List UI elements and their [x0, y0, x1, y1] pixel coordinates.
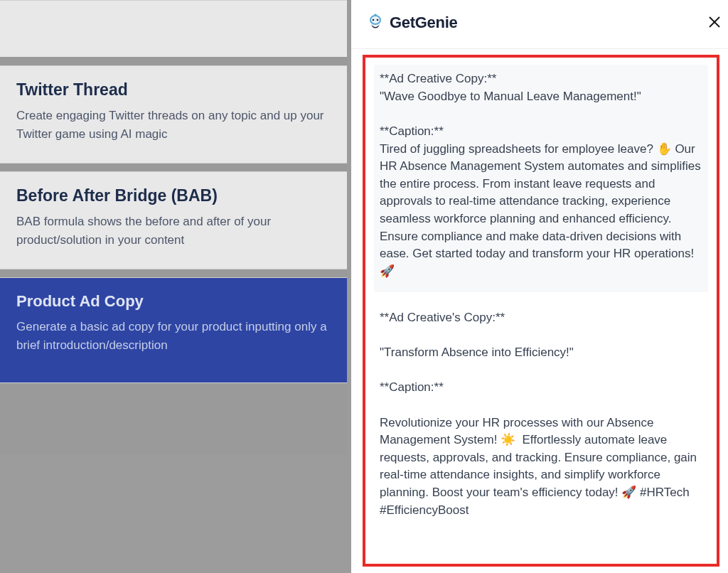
brand-name: GetGenie — [390, 14, 457, 32]
template-card-partial[interactable] — [0, 0, 347, 57]
highlighted-output-region: **Ad Creative Copy:** "Wave Goodbye to M… — [363, 55, 719, 567]
panel-header: GetGenie — [351, 0, 728, 49]
brand-logo: GetGenie — [365, 13, 457, 33]
output-text: **Ad Creative Copy:** "Wave Goodbye to M… — [380, 70, 702, 281]
template-title: Twitter Thread — [16, 80, 330, 100]
template-description: BAB formula shows the before and after o… — [16, 213, 330, 249]
template-card-product-ad-copy[interactable]: Product Ad Copy Generate a basic ad copy… — [0, 277, 347, 383]
genie-icon — [365, 13, 385, 33]
svg-point-2 — [373, 19, 375, 21]
template-card-twitter-thread[interactable]: Twitter Thread Create engaging Twitter t… — [0, 65, 347, 164]
template-description: Generate a basic ad copy for your produc… — [16, 318, 330, 354]
output-text: **Ad Creative's Copy:** "Transform Absen… — [380, 309, 702, 520]
output-panel: GetGenie **Ad Creative Copy:** "Wave Goo… — [351, 0, 728, 573]
output-content: **Ad Creative Copy:** "Wave Goodbye to M… — [351, 49, 728, 573]
close-button[interactable] — [705, 13, 724, 33]
template-title: Before After Bridge (BAB) — [16, 186, 330, 205]
template-description: Create engaging Twitter threads on any t… — [16, 107, 330, 143]
svg-point-3 — [377, 19, 379, 21]
template-card-bab[interactable]: Before After Bridge (BAB) BAB formula sh… — [0, 171, 347, 269]
svg-point-4 — [374, 14, 377, 16]
template-list-panel: Twitter Thread Create engaging Twitter t… — [0, 0, 351, 573]
output-result-2[interactable]: **Ad Creative's Copy:** "Transform Absen… — [374, 306, 708, 523]
template-title: Product Ad Copy — [16, 292, 330, 311]
output-result-1[interactable]: **Ad Creative Copy:** "Wave Goodbye to M… — [374, 65, 708, 292]
